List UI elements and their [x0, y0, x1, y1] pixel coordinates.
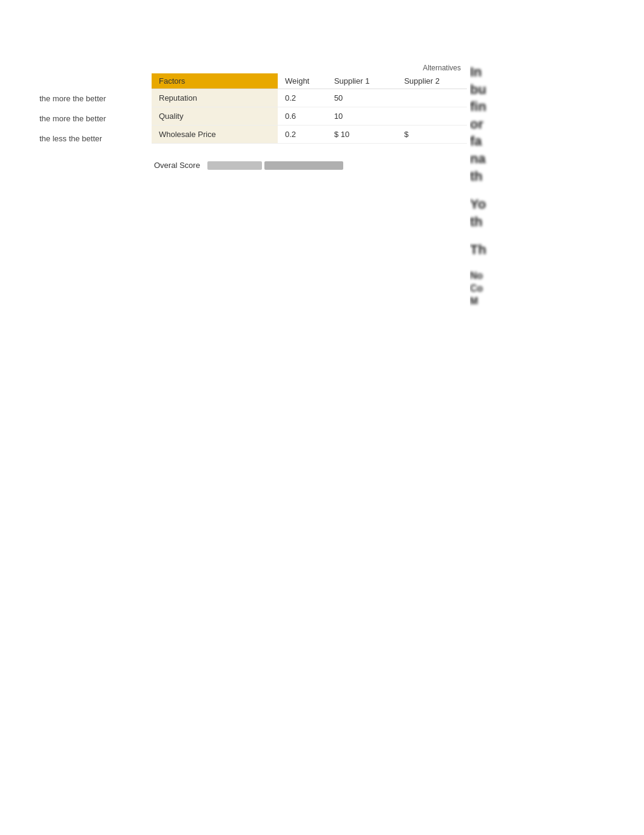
factor-wholesale-price: Wholesale Price: [152, 126, 278, 144]
alternatives-label: Alternatives: [423, 64, 461, 72]
weight-reputation: 0.2: [278, 89, 327, 107]
right-panel: In bu fin or fa na th Yo th Th No Co M: [470, 64, 640, 318]
supplier2-wholesale-price: $: [397, 126, 467, 144]
right-text-line4: or: [470, 116, 640, 133]
right-text-th3: Th: [470, 241, 640, 259]
overal-score-label: Overal Score: [154, 161, 200, 170]
label-more-better-2: the more the better: [39, 114, 106, 123]
table-row: Wholesale Price 0.2 $ 10 $: [152, 126, 467, 144]
supplier2-reputation: [397, 89, 467, 107]
table-header-row: Factors Weight Supplier 1 Supplier 2: [152, 73, 467, 89]
supplier1-header: Supplier 1: [327, 73, 397, 89]
factor-reputation: Reputation: [152, 89, 278, 107]
right-text-line6: na: [470, 150, 640, 168]
left-labels: the more the better the more the better …: [39, 94, 106, 143]
right-text-line2: bu: [470, 81, 640, 99]
supplier2-quality: [397, 107, 467, 126]
label-more-better-1: the more the better: [39, 94, 106, 103]
weight-wholesale-price: 0.2: [278, 126, 327, 144]
label-less-better: the less the better: [39, 134, 106, 143]
right-text-no: No: [470, 270, 640, 283]
right-text-section-3: Th: [470, 241, 640, 259]
right-text-section-2: Yo th: [470, 196, 640, 230]
right-text-m: M: [470, 295, 640, 308]
score-bar-supplier1: [207, 161, 262, 170]
supplier1-quality: 10: [327, 107, 397, 126]
right-text-line1: In: [470, 64, 640, 81]
weight-header: Weight: [278, 73, 327, 89]
table-area: Alternatives Factors Weight Supplier 1 S…: [152, 64, 467, 170]
main-table: Factors Weight Supplier 1 Supplier 2 Rep…: [152, 73, 467, 144]
factor-quality: Quality: [152, 107, 278, 126]
score-bar-container: [207, 161, 343, 170]
right-text-section-1: In bu fin or fa na th: [470, 64, 640, 185]
right-text-yo: Yo: [470, 196, 640, 213]
overal-score-row: Overal Score: [154, 161, 467, 170]
right-text-line5: fa: [470, 133, 640, 150]
main-container: the more the better the more the better …: [0, 0, 644, 49]
weight-quality: 0.6: [278, 107, 327, 126]
factors-header: Factors: [152, 73, 278, 89]
right-text-line3: fin: [470, 98, 640, 116]
table-row: Reputation 0.2 50: [152, 89, 467, 107]
alternatives-header: Alternatives: [152, 64, 467, 72]
right-text-th2: th: [470, 213, 640, 231]
score-bar-supplier2: [264, 161, 343, 170]
supplier2-header: Supplier 2: [397, 73, 467, 89]
supplier1-reputation: 50: [327, 89, 397, 107]
right-text-line7: th: [470, 168, 640, 186]
right-text-co: Co: [470, 283, 640, 295]
supplier1-wholesale-price: $ 10: [327, 126, 397, 144]
table-row: Quality 0.6 10: [152, 107, 467, 126]
right-text-section-4: No Co M: [470, 270, 640, 307]
